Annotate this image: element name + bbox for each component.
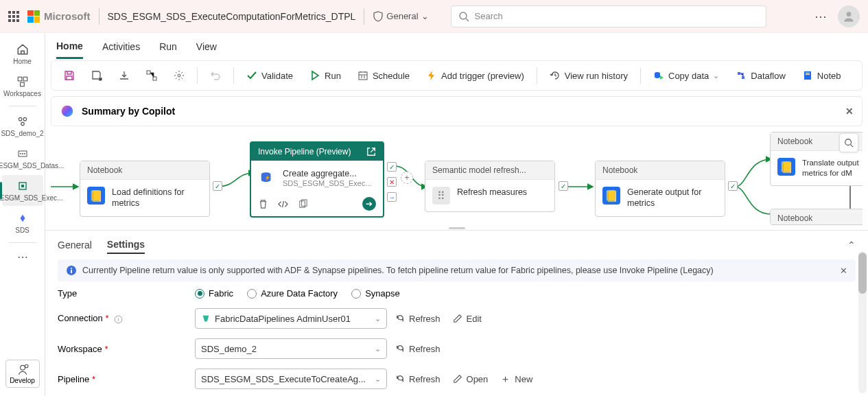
semanticmodel-icon: ⠿ (432, 187, 450, 205)
history-icon (550, 70, 561, 81)
copilot-title: Summary by Copilot (82, 106, 175, 117)
notebook-button[interactable]: Noteb (795, 66, 848, 85)
info-banner: Currently Pipeline return value is only … (58, 259, 856, 281)
port-failure[interactable]: ✕ (387, 177, 397, 187)
plus-icon: ＋ (500, 373, 511, 386)
open-external-icon[interactable] (366, 147, 376, 156)
validate-button[interactable]: Validate (239, 66, 300, 85)
radio-synapse[interactable]: Synapse (351, 288, 400, 299)
port-success[interactable]: ✓ (387, 162, 397, 172)
app-launcher-icon[interactable] (8, 11, 19, 22)
microsoft-logo[interactable]: Microsoft (27, 10, 91, 23)
rail-home[interactable]: Home (2, 38, 43, 69)
refresh-connection[interactable]: Refresh (395, 314, 441, 324)
edit-connection[interactable]: Edit (453, 314, 482, 324)
refresh-workspace[interactable]: Refresh (395, 344, 441, 354)
sensitivity-selector[interactable]: General ⌄ (373, 11, 428, 22)
add-activity-button[interactable]: + (401, 172, 413, 184)
rail-more[interactable]: ⋯ (2, 247, 43, 268)
tab-run[interactable]: Run (159, 36, 177, 58)
svg-point-6 (19, 117, 22, 121)
pipeline-canvas[interactable]: Notebook 📒 Load definitions for metrics … (51, 132, 863, 226)
saveas-button[interactable] (84, 66, 109, 85)
refresh-pipeline[interactable]: Refresh (395, 374, 441, 384)
save-icon (64, 70, 75, 81)
chevron-down-icon: ⌄ (375, 314, 381, 323)
svg-point-19 (178, 74, 180, 77)
workspace-select[interactable]: SDS_demo_2⌄ (195, 338, 387, 359)
zoom-search-button[interactable] (839, 133, 858, 152)
search-input[interactable]: Search (451, 5, 766, 27)
info-icon[interactable]: i (114, 315, 123, 324)
port-success[interactable]: ✓ (213, 181, 222, 191)
ribbon-tabs: Home Activities Run View (45, 33, 868, 60)
divider (99, 8, 99, 25)
rail-ws-demo[interactable]: SDS_demo_2 (2, 110, 43, 141)
rail-ws-sds[interactable]: SDS (2, 207, 43, 238)
left-rail: Home Workspaces SDS_demo_2 SDS_ESGM_SDS_… (0, 33, 45, 396)
radio-adf[interactable]: Azure Data Factory (247, 288, 338, 299)
schedule-button[interactable]: Schedule (351, 66, 417, 85)
dataflow-button[interactable]: Dataflow (729, 66, 793, 85)
copy-data-button[interactable]: Copy data⌄ (646, 66, 726, 85)
svg-text:i: i (118, 316, 119, 322)
port-success[interactable]: ✓ (559, 181, 568, 191)
activity-generate-output[interactable]: Notebook 📒 Generate output for metrics (595, 161, 725, 217)
svg-point-0 (460, 12, 467, 19)
copilot-summary-bar: Summary by Copilot ✕ (51, 96, 863, 126)
rail-ws-exec[interactable]: SDS_ESGM_SDS_Exec... (2, 175, 43, 206)
pipeline-select[interactable]: SDS_ESGM_SDS_ExecuteToCreateAg...⌄ (195, 369, 387, 389)
svg-rect-14 (21, 185, 24, 187)
activity-notebook-partial[interactable]: Notebook (770, 209, 863, 225)
variables-button[interactable] (139, 66, 164, 85)
close-icon[interactable]: ✕ (840, 266, 847, 276)
tab-view[interactable]: View (196, 36, 217, 58)
go-icon[interactable]: ➔ (362, 197, 376, 211)
close-icon[interactable]: ✕ (845, 106, 854, 117)
rail-workspaces[interactable]: Workspaces (2, 71, 43, 102)
code-icon[interactable] (278, 199, 288, 209)
open-pipeline[interactable]: Open (453, 374, 489, 384)
run-button[interactable]: Run (303, 66, 348, 85)
svg-point-7 (23, 117, 27, 121)
label-type: Type (58, 288, 195, 299)
calendar-icon (357, 70, 368, 81)
chevron-down-icon: ⌄ (375, 375, 381, 384)
develop-button[interactable]: Develop (5, 360, 40, 388)
scrollbar-thumb[interactable] (858, 253, 867, 294)
rail-ws-datas[interactable]: SDS_ESGM_SDS_Datas... (2, 143, 43, 174)
save-button[interactable] (57, 66, 82, 85)
tab-home[interactable]: Home (56, 35, 83, 59)
add-trigger-button[interactable]: Add trigger (preview) (419, 66, 531, 85)
settings-button[interactable] (167, 66, 191, 85)
copilot-icon (60, 104, 75, 119)
svg-point-12 (24, 153, 25, 154)
activity-load-definitions[interactable]: Notebook 📒 Load definitions for metrics (80, 161, 210, 217)
port-success[interactable]: ✓ (728, 181, 738, 191)
notebook-icon: 📒 (777, 158, 795, 176)
activity-refresh-measures[interactable]: Semantic model refresh... ⠿ Refresh meas… (425, 161, 555, 212)
undo-button[interactable] (203, 66, 228, 85)
copy-icon[interactable] (298, 199, 308, 209)
svg-rect-17 (147, 71, 150, 74)
download-button[interactable] (112, 66, 137, 85)
new-pipeline[interactable]: ＋New (500, 373, 532, 386)
panel-tab-settings[interactable]: Settings (107, 236, 145, 254)
edit-icon (453, 314, 462, 323)
delete-icon[interactable] (258, 199, 268, 209)
refresh-icon (395, 314, 405, 323)
tab-activities[interactable]: Activities (102, 36, 140, 58)
history-button[interactable]: View run history (543, 66, 635, 85)
radio-fabric[interactable]: Fabric (195, 288, 233, 299)
port-skip[interactable]: → (387, 192, 397, 202)
refresh-icon (395, 374, 405, 384)
svg-rect-4 (23, 77, 27, 81)
shield-icon (373, 11, 384, 22)
connection-select[interactable]: FabricDataPipelines AdminUser01 ⌄ (195, 308, 387, 329)
collapse-panel-icon[interactable]: ⌃ (847, 240, 856, 251)
activity-invoke-pipeline[interactable]: Invoke Pipeline (Preview) Create aggrega… (250, 141, 384, 218)
more-icon[interactable]: ⋯ (814, 9, 827, 24)
svg-point-32 (71, 268, 72, 269)
panel-tab-general[interactable]: General (58, 237, 92, 253)
avatar[interactable] (838, 5, 860, 27)
